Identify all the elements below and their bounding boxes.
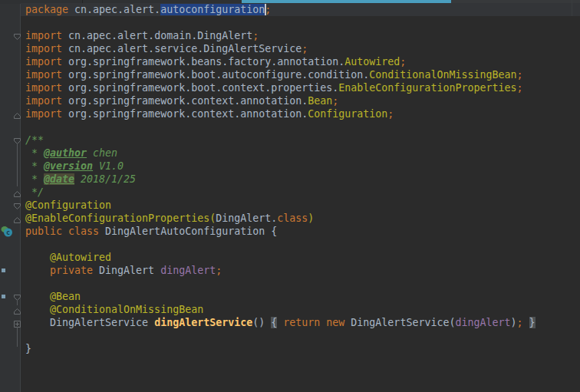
code-line[interactable]: * @date 2018/1/25 <box>25 173 136 186</box>
code-segment-pl: DingAlertService <box>25 317 154 328</box>
code-segment-kw: private <box>50 265 99 276</box>
fold-expanded-bottom-icon[interactable] <box>13 110 21 118</box>
code-line[interactable]: @ConditionalOnMissingBean <box>25 303 203 316</box>
fold-expanded-top-icon[interactable] <box>13 136 21 144</box>
code-segment-pl <box>25 304 50 315</box>
code-segment-an: @Autowired <box>50 252 111 263</box>
code-line[interactable]: DingAlertService dingAlertService() { re… <box>25 316 536 329</box>
code-segment-dtw: @date <box>44 173 74 185</box>
spring-config-class-icon[interactable]: c <box>1 226 13 240</box>
code-segment-kw: import <box>25 56 62 68</box>
code-segment-pl <box>25 265 50 276</box>
code-line[interactable]: import org.springframework.context.annot… <box>25 107 394 120</box>
code-segment-kw: public class <box>25 226 105 237</box>
code-line[interactable]: * @version V1.0 <box>25 160 124 173</box>
code-segment-kw: import <box>25 30 62 41</box>
code-segment-pl <box>25 252 50 263</box>
code-segment-sel: autoconfiguration <box>160 4 265 15</box>
code-segment-pl: DingAlert <box>99 265 160 276</box>
bean-marker-icon[interactable] <box>2 295 5 298</box>
code-segment-kw: import <box>25 43 62 54</box>
code-line[interactable]: @Autowired <box>25 251 111 264</box>
code-segment-fold: } <box>529 317 536 328</box>
bean-marker-icon[interactable] <box>2 268 5 272</box>
scrollbar-area-separator <box>572 0 572 16</box>
fold-collapsed-icon[interactable] <box>13 318 21 327</box>
code-line[interactable]: } <box>25 342 31 355</box>
code-segment-kw: import <box>25 82 62 94</box>
code-editor[interactable]: c package cn.apec.alert.autoconfiguratio… <box>0 0 580 392</box>
code-line[interactable]: /** <box>25 133 44 147</box>
code-segment-dc: 2018/1/25 <box>74 173 136 185</box>
code-segment-an: EnableConfigurationProperties <box>338 82 516 94</box>
code-segment-kw: ; <box>400 56 406 68</box>
fold-expanded-bottom-icon[interactable] <box>13 214 21 222</box>
code-segment-pl: cn.apec.alert. <box>68 4 160 15</box>
code-segment-pl: org.springframework.boot.autoconfigure.c… <box>62 69 369 81</box>
code-line[interactable]: import org.springframework.beans.factory… <box>25 55 406 68</box>
code-segment-an: @Configuration <box>25 199 111 211</box>
code-line[interactable]: import cn.apec.alert.domain.DingAlert; <box>25 29 259 42</box>
code-segment-dc: * <box>25 173 44 185</box>
code-line[interactable]: private DingAlert dingAlert; <box>25 264 222 277</box>
fold-expanded-bottom-icon[interactable] <box>13 188 21 196</box>
code-segment-dc: */ <box>25 186 44 198</box>
code-line[interactable]: import org.springframework.boot.context.… <box>25 81 522 94</box>
code-line[interactable]: import cn.apec.alert.service.DingAlertSe… <box>25 42 308 55</box>
code-segment-an: @Bean <box>50 291 81 302</box>
code-segment-pl: org.springframework.context.annotation. <box>62 95 308 107</box>
code-segment-dt: @version <box>44 160 93 172</box>
text-caret <box>265 4 266 15</box>
code-segment-pl: } <box>25 343 31 354</box>
fold-expanded-top-icon[interactable] <box>13 201 21 209</box>
code-segment-an: Autowired <box>344 56 400 68</box>
code-segment-kw: ; <box>387 108 394 120</box>
code-segment-kw: ; <box>516 69 522 81</box>
fold-region-line <box>17 327 18 347</box>
code-segment-dc: * <box>25 160 44 172</box>
code-segment-dc: chen <box>87 147 117 159</box>
code-line[interactable]: package cn.apec.alert.autoconfiguration; <box>25 3 271 16</box>
code-segment-fd: dingAlert <box>160 265 216 276</box>
code-segment-kw: ; <box>517 317 523 328</box>
code-segment-pl: org.springframework.context.annotation. <box>62 108 308 120</box>
code-segment-pl: cn.apec.alert.domain.DingAlert <box>62 30 252 41</box>
code-segment-an: @EnableConfigurationProperties( <box>25 212 216 224</box>
code-segment-pl <box>25 291 50 302</box>
code-segment-fd: dingAlert <box>455 317 510 328</box>
code-segment-kw: ; <box>516 82 522 94</box>
code-segment-dc: * <box>25 147 44 159</box>
code-segment-kw: ; <box>302 43 308 54</box>
code-segment-pl: () <box>252 317 271 328</box>
code-line[interactable]: */ <box>25 186 44 199</box>
code-line[interactable]: public class DingAlertAutoConfiguration … <box>25 225 277 238</box>
code-segment-pl: DingAlertAutoConfiguration { <box>105 226 277 237</box>
fold-expanded-top-icon[interactable] <box>13 31 21 40</box>
code-segment-kw: ; <box>216 265 222 276</box>
code-segment-an: ConditionalOnMissingBean <box>369 69 516 81</box>
code-segment-dc: V1.0 <box>93 160 124 172</box>
code-segment-pl: cn.apec.alert.service.DingAlertService <box>62 43 302 54</box>
code-segment-pl: DingAlertService( <box>344 317 455 328</box>
code-segment-kw: package <box>25 4 68 15</box>
code-segment-kw: ; <box>252 30 259 41</box>
code-line[interactable]: import org.springframework.boot.autoconf… <box>25 68 522 81</box>
code-line[interactable]: * @author chen <box>25 147 117 160</box>
code-segment-pl: ) <box>511 317 517 328</box>
code-segment-an: Configuration <box>308 108 387 120</box>
fold-expanded-bottom-icon[interactable] <box>13 305 21 314</box>
code-line[interactable]: @EnableConfigurationProperties(DingAlert… <box>25 212 314 225</box>
code-segment-dc: /** <box>25 134 44 146</box>
code-line[interactable]: @Configuration <box>25 199 111 212</box>
code-segment-kw: class <box>277 212 308 224</box>
code-segment-an: Bean <box>308 95 332 107</box>
code-line[interactable]: import org.springframework.context.annot… <box>25 94 338 107</box>
fold-region-line <box>17 300 18 305</box>
code-segment-kw: import <box>25 69 62 81</box>
code-segment-pl: org.springframework.boot.context.propert… <box>62 82 338 94</box>
code-segment-an: ) <box>308 212 314 224</box>
code-line[interactable]: @Bean <box>25 290 81 303</box>
editor-gutter[interactable]: c <box>0 4 21 392</box>
code-segment-kw: import <box>25 108 62 120</box>
code-segment-kw: ; <box>332 95 338 107</box>
